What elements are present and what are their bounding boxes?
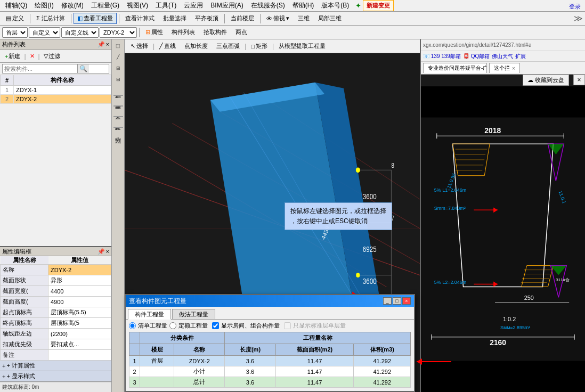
props-col-value: 属性值 — [48, 256, 111, 265]
svg-point-20 — [356, 273, 360, 277]
type2-select[interactable]: 自定义线 — [61, 27, 99, 38]
menu-item-xiugai[interactable]: 修改(M) — [58, 0, 87, 11]
bookmark-2[interactable]: 📮 QQ邮箱 — [463, 53, 490, 60]
current-floor-button[interactable]: 当前楼层 — [227, 13, 258, 24]
extract-tool[interactable]: 从模型提取工程量 — [275, 40, 329, 52]
radio-list-qty[interactable] — [129, 322, 136, 329]
search-input[interactable] — [3, 65, 77, 72]
display-section[interactable]: + + 显示样式 — [0, 371, 111, 382]
menu-item-yunyingyong[interactable]: 云应用 — [181, 0, 206, 11]
dialog-tab-comp[interactable]: 构件工程量 — [128, 309, 171, 320]
dialog-minimize-button[interactable]: _ — [383, 297, 392, 305]
merge-label[interactable]: 合并 — [112, 109, 124, 114]
show-room-checkbox[interactable] — [212, 322, 219, 329]
row3-num: 3 — [129, 377, 140, 388]
dialog-close-button[interactable]: × — [402, 297, 411, 305]
prop-row-axis: 轴线距左边 (2200) — [1, 329, 111, 339]
row2-area: 11.47 — [275, 366, 354, 377]
close-panel-icon[interactable]: × — [106, 41, 109, 48]
calc-props-section[interactable]: + + 计算属性 — [0, 361, 111, 371]
search-button[interactable]: 🔍 — [77, 64, 89, 73]
property-icon: ⊞ — [145, 29, 150, 36]
menu-item-shitu[interactable]: 视图(V) — [124, 0, 151, 11]
filter-icon: ▽ — [44, 53, 48, 60]
props-table: 属性名称 属性值 名称 ZDYX-2 截面形状 异形 — [0, 256, 111, 361]
radio-quota-qty[interactable] — [169, 322, 176, 329]
cloud-close-button[interactable]: × — [573, 75, 585, 85]
local-3d-button[interactable]: 局部三维 — [314, 13, 345, 24]
line-icon: ╱ — [159, 43, 163, 50]
browser-tab-2[interactable]: 这个拦 × — [489, 63, 520, 73]
new-comp-button[interactable]: + 新建 — [2, 51, 23, 61]
summary-calc-button[interactable]: Σ 汇总计算 — [32, 13, 69, 24]
dialog-tab-method[interactable]: 做法工程量 — [172, 309, 215, 319]
svg-text:2018: 2018 — [484, 126, 501, 135]
define-button[interactable]: ▤ 定义 — [2, 13, 28, 24]
floor-select[interactable]: 首层 — [2, 27, 28, 38]
comp-name-2: ZDYX-2 — [14, 95, 111, 104]
pick-comp-button[interactable]: 拾取构件 — [200, 27, 231, 38]
menu-item-banben[interactable]: 版本号(B) — [318, 0, 352, 11]
point-length-tool[interactable]: 点加长度 — [181, 40, 212, 52]
draw-tool-2[interactable]: ╱ — [113, 52, 124, 62]
menu-item-bim[interactable]: BIM应用(A) — [207, 0, 246, 11]
dialog-maximize-button[interactable]: □ — [393, 297, 401, 305]
3d-view-button[interactable]: 三维 — [294, 13, 313, 24]
table-row-1[interactable]: 1 首层 ZDYX-2 3.6 11.47 41.292 — [129, 356, 411, 366]
split-label[interactable]: 分割 — [112, 130, 124, 135]
menu-item-zaixian[interactable]: 在线服务(S) — [248, 0, 288, 11]
new-change-button[interactable]: 新建变更 — [363, 0, 394, 11]
login-button[interactable]: 登录 — [569, 3, 581, 11]
nontrim-label[interactable]: 非修剪 — [112, 98, 124, 103]
comp-row-2[interactable]: 2 ZDYX-2 — [1, 95, 111, 104]
code-select[interactable]: ZDYX-2 — [100, 27, 137, 38]
row2-floor — [140, 366, 174, 377]
radio-list-label: 清单工程量 — [138, 322, 167, 330]
view-quantity-button[interactable]: ◧ 查看工程量 — [74, 13, 117, 24]
draw-tool-3[interactable]: ⊞ — [113, 63, 124, 74]
view-formula-button[interactable]: 查看计算式 — [121, 13, 158, 24]
delete-comp-button[interactable]: ✕ — [27, 52, 37, 61]
prop-row-name: 名称 ZDYX-2 — [1, 265, 111, 275]
eye-icon: 👁 — [266, 15, 272, 22]
rect-tool[interactable]: □ 矩形 — [247, 40, 271, 52]
filter-button[interactable]: ▽ 过滤 — [41, 51, 63, 61]
comp-row-1[interactable]: 1 ZDYX-1 — [1, 86, 111, 95]
table-row-2: 2 小计 3.6 11.47 41.292 — [129, 366, 411, 377]
tab-close-2[interactable]: × — [512, 66, 515, 71]
menu-item-huitu[interactable]: 绘图(I) — [31, 0, 56, 11]
top-view-button[interactable]: 👁 俯视 ▾ — [263, 13, 293, 24]
menu-item-gongliang[interactable]: 工程量(G) — [88, 0, 123, 11]
batch-select-button[interactable]: 批量选择 — [159, 13, 190, 24]
bookmark-3[interactable]: 佛山天气 — [492, 53, 513, 60]
bookmark-expand[interactable]: 扩展 — [515, 53, 526, 60]
arc-tool[interactable]: 三点画弧 — [213, 40, 243, 52]
close-props-icon[interactable]: × — [106, 248, 109, 255]
line-tool[interactable]: ╱ 直线 — [156, 40, 180, 52]
type1-select[interactable]: 自定义 — [29, 27, 60, 38]
bookmark-1[interactable]: 📧 139 139邮箱 — [423, 53, 461, 60]
menu-item-fuzhou[interactable]: 辅轴(Q) — [2, 0, 30, 11]
draw-tool-4[interactable]: ⊟ — [113, 74, 124, 85]
property-button[interactable]: ⊞ 属性 — [142, 27, 167, 38]
two-point-button[interactable]: 两点 — [232, 27, 251, 38]
expand-icon[interactable]: ≫ — [574, 13, 583, 23]
row3-length: 3.6 — [225, 377, 275, 388]
menu-item-bangzhu[interactable]: 帮助(H) — [289, 0, 318, 11]
cloud-icon: ☁ — [527, 77, 533, 84]
browser-tab-1[interactable]: 专业造价问题答疑平台-广联达 × — [423, 63, 487, 73]
cloud-save-button[interactable]: ☁ 收藏到云盘 — [523, 75, 569, 86]
break-label[interactable]: 打断 — [112, 119, 124, 125]
draw-tool-1[interactable]: ⬚ — [113, 40, 124, 51]
extend-label[interactable]: 延伸 — [112, 87, 124, 93]
pin-props-icon[interactable]: 📌 — [98, 248, 105, 255]
pin-icon[interactable]: 📌 — [98, 41, 105, 48]
menu-item-gongju[interactable]: 工具(T) — [152, 0, 180, 11]
flat-top-button[interactable]: 平齐板顶 — [191, 13, 222, 24]
table-row-3: 3 总计 3.6 11.47 41.292 — [129, 377, 411, 388]
std-floor-checkbox[interactable] — [284, 322, 291, 329]
select-tool[interactable]: ↖ 选择 — [127, 40, 152, 52]
comp-list-button[interactable]: 构件列表 — [168, 27, 199, 38]
sep5 — [260, 14, 261, 23]
view-icon: ◧ — [77, 15, 83, 22]
